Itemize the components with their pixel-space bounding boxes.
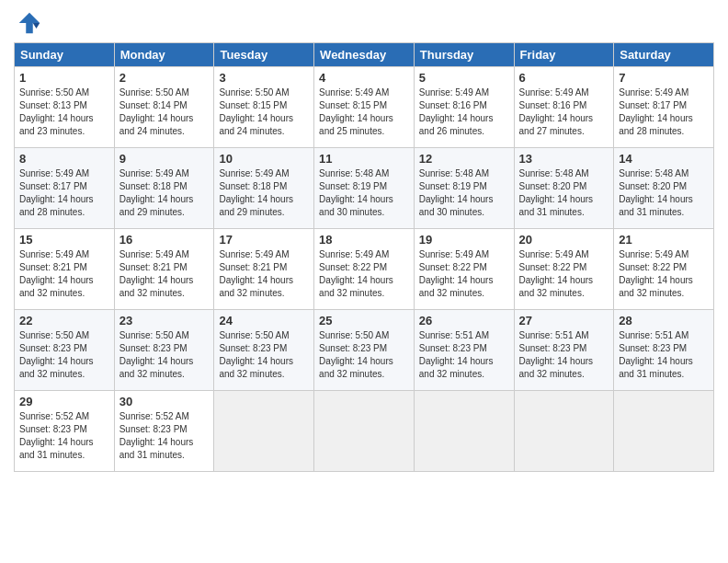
day-cell: 14Sunrise: 5:48 AMSunset: 8:20 PMDayligh… (614, 148, 714, 229)
day-cell: 19Sunrise: 5:49 AMSunset: 8:22 PMDayligh… (414, 229, 514, 310)
day-info: Sunrise: 5:49 AMSunset: 8:21 PMDaylight:… (19, 248, 109, 300)
week-row-2: 8Sunrise: 5:49 AMSunset: 8:17 PMDaylight… (15, 148, 714, 229)
day-info: Sunrise: 5:51 AMSunset: 8:23 PMDaylight:… (619, 329, 709, 381)
day-number: 30 (119, 395, 210, 408)
day-cell: 17Sunrise: 5:49 AMSunset: 8:21 PMDayligh… (214, 229, 314, 310)
header-row (14, 9, 714, 37)
day-info: Sunrise: 5:50 AMSunset: 8:13 PMDaylight:… (19, 86, 109, 138)
weekday-header-saturday: Saturday (614, 43, 714, 67)
day-cell: 24Sunrise: 5:50 AMSunset: 8:23 PMDayligh… (214, 310, 314, 391)
day-cell: 10Sunrise: 5:49 AMSunset: 8:18 PMDayligh… (214, 148, 314, 229)
day-cell: 5Sunrise: 5:49 AMSunset: 8:16 PMDaylight… (414, 67, 514, 148)
day-info: Sunrise: 5:49 AMSunset: 8:15 PMDaylight:… (319, 86, 409, 138)
day-info: Sunrise: 5:50 AMSunset: 8:15 PMDaylight:… (219, 86, 309, 138)
day-number: 8 (19, 152, 109, 166)
logo (14, 9, 43, 37)
day-number: 6 (519, 71, 609, 85)
day-cell: 29Sunrise: 5:52 AMSunset: 8:23 PMDayligh… (15, 391, 115, 472)
day-cell (214, 391, 314, 472)
weekday-header-sunday: Sunday (15, 43, 115, 67)
day-cell: 8Sunrise: 5:49 AMSunset: 8:17 PMDaylight… (15, 148, 115, 229)
day-info: Sunrise: 5:49 AMSunset: 8:18 PMDaylight:… (119, 167, 210, 219)
day-info: Sunrise: 5:48 AMSunset: 8:19 PMDaylight:… (319, 167, 409, 219)
day-cell: 27Sunrise: 5:51 AMSunset: 8:23 PMDayligh… (514, 310, 614, 391)
day-cell: 16Sunrise: 5:49 AMSunset: 8:21 PMDayligh… (114, 229, 214, 310)
day-info: Sunrise: 5:48 AMSunset: 8:19 PMDaylight:… (419, 167, 509, 219)
week-row-3: 15Sunrise: 5:49 AMSunset: 8:21 PMDayligh… (15, 229, 714, 310)
day-cell: 21Sunrise: 5:49 AMSunset: 8:22 PMDayligh… (614, 229, 714, 310)
day-info: Sunrise: 5:49 AMSunset: 8:22 PMDaylight:… (619, 248, 709, 300)
day-cell: 28Sunrise: 5:51 AMSunset: 8:23 PMDayligh… (614, 310, 714, 391)
day-number: 4 (319, 71, 409, 85)
day-number: 7 (619, 71, 709, 85)
day-number: 10 (219, 152, 309, 166)
day-number: 9 (119, 152, 210, 166)
day-number: 23 (119, 314, 210, 327)
day-info: Sunrise: 5:49 AMSunset: 8:21 PMDaylight:… (119, 248, 210, 300)
day-cell: 20Sunrise: 5:49 AMSunset: 8:22 PMDayligh… (514, 229, 614, 310)
day-number: 20 (519, 233, 609, 247)
day-number: 3 (219, 71, 309, 85)
week-row-1: 1Sunrise: 5:50 AMSunset: 8:13 PMDaylight… (15, 67, 714, 148)
day-number: 21 (619, 233, 709, 247)
svg-marker-1 (33, 23, 40, 29)
weekday-header-tuesday: Tuesday (214, 43, 314, 67)
day-info: Sunrise: 5:49 AMSunset: 8:18 PMDaylight:… (219, 167, 309, 219)
day-number: 2 (119, 71, 210, 85)
day-number: 19 (419, 233, 509, 247)
day-number: 24 (219, 314, 309, 327)
day-info: Sunrise: 5:48 AMSunset: 8:20 PMDaylight:… (519, 167, 609, 219)
day-cell (514, 391, 614, 472)
day-cell: 1Sunrise: 5:50 AMSunset: 8:13 PMDaylight… (15, 67, 115, 148)
day-cell: 30Sunrise: 5:52 AMSunset: 8:23 PMDayligh… (114, 391, 214, 472)
calendar-table: SundayMondayTuesdayWednesdayThursdayFrid… (14, 42, 714, 472)
day-info: Sunrise: 5:49 AMSunset: 8:22 PMDaylight:… (419, 248, 509, 300)
day-info: Sunrise: 5:49 AMSunset: 8:17 PMDaylight:… (619, 86, 709, 138)
day-info: Sunrise: 5:51 AMSunset: 8:23 PMDaylight:… (519, 329, 609, 381)
day-info: Sunrise: 5:49 AMSunset: 8:17 PMDaylight:… (19, 167, 109, 219)
day-number: 16 (119, 233, 210, 247)
day-cell: 23Sunrise: 5:50 AMSunset: 8:23 PMDayligh… (114, 310, 214, 391)
day-number: 14 (619, 152, 709, 166)
day-cell: 3Sunrise: 5:50 AMSunset: 8:15 PMDaylight… (214, 67, 314, 148)
day-info: Sunrise: 5:50 AMSunset: 8:23 PMDaylight:… (219, 329, 309, 381)
day-number: 22 (19, 314, 109, 327)
weekday-header-wednesday: Wednesday (314, 43, 415, 67)
weekday-header-row: SundayMondayTuesdayWednesdayThursdayFrid… (15, 43, 714, 67)
day-info: Sunrise: 5:50 AMSunset: 8:23 PMDaylight:… (319, 329, 409, 381)
week-row-5: 29Sunrise: 5:52 AMSunset: 8:23 PMDayligh… (15, 391, 714, 472)
day-info: Sunrise: 5:48 AMSunset: 8:20 PMDaylight:… (619, 167, 709, 219)
weekday-header-friday: Friday (514, 43, 614, 67)
day-cell: 4Sunrise: 5:49 AMSunset: 8:15 PMDaylight… (314, 67, 415, 148)
calendar-container: SundayMondayTuesdayWednesdayThursdayFrid… (0, 0, 728, 481)
day-cell: 2Sunrise: 5:50 AMSunset: 8:14 PMDaylight… (114, 67, 214, 148)
day-cell (614, 391, 714, 472)
day-number: 17 (219, 233, 309, 247)
day-cell: 18Sunrise: 5:49 AMSunset: 8:22 PMDayligh… (314, 229, 415, 310)
logo-icon (16, 9, 43, 37)
day-cell (314, 391, 415, 472)
day-cell: 12Sunrise: 5:48 AMSunset: 8:19 PMDayligh… (414, 148, 514, 229)
day-cell (414, 391, 514, 472)
day-info: Sunrise: 5:51 AMSunset: 8:23 PMDaylight:… (419, 329, 509, 381)
day-info: Sunrise: 5:50 AMSunset: 8:14 PMDaylight:… (119, 86, 210, 138)
day-number: 11 (319, 152, 409, 166)
day-number: 12 (419, 152, 509, 166)
day-info: Sunrise: 5:49 AMSunset: 8:16 PMDaylight:… (419, 86, 509, 138)
day-cell: 26Sunrise: 5:51 AMSunset: 8:23 PMDayligh… (414, 310, 514, 391)
day-cell: 7Sunrise: 5:49 AMSunset: 8:17 PMDaylight… (614, 67, 714, 148)
day-info: Sunrise: 5:49 AMSunset: 8:21 PMDaylight:… (219, 248, 309, 300)
day-cell: 15Sunrise: 5:49 AMSunset: 8:21 PMDayligh… (15, 229, 115, 310)
weekday-header-monday: Monday (114, 43, 214, 67)
day-number: 13 (519, 152, 609, 166)
day-info: Sunrise: 5:50 AMSunset: 8:23 PMDaylight:… (19, 329, 109, 381)
day-cell: 6Sunrise: 5:49 AMSunset: 8:16 PMDaylight… (514, 67, 614, 148)
day-number: 27 (519, 314, 609, 327)
week-row-4: 22Sunrise: 5:50 AMSunset: 8:23 PMDayligh… (15, 310, 714, 391)
day-info: Sunrise: 5:52 AMSunset: 8:23 PMDaylight:… (19, 410, 109, 462)
day-number: 28 (619, 314, 709, 327)
day-info: Sunrise: 5:52 AMSunset: 8:23 PMDaylight:… (119, 410, 210, 462)
day-number: 29 (19, 395, 109, 408)
day-cell: 25Sunrise: 5:50 AMSunset: 8:23 PMDayligh… (314, 310, 415, 391)
day-info: Sunrise: 5:49 AMSunset: 8:22 PMDaylight:… (519, 248, 609, 300)
